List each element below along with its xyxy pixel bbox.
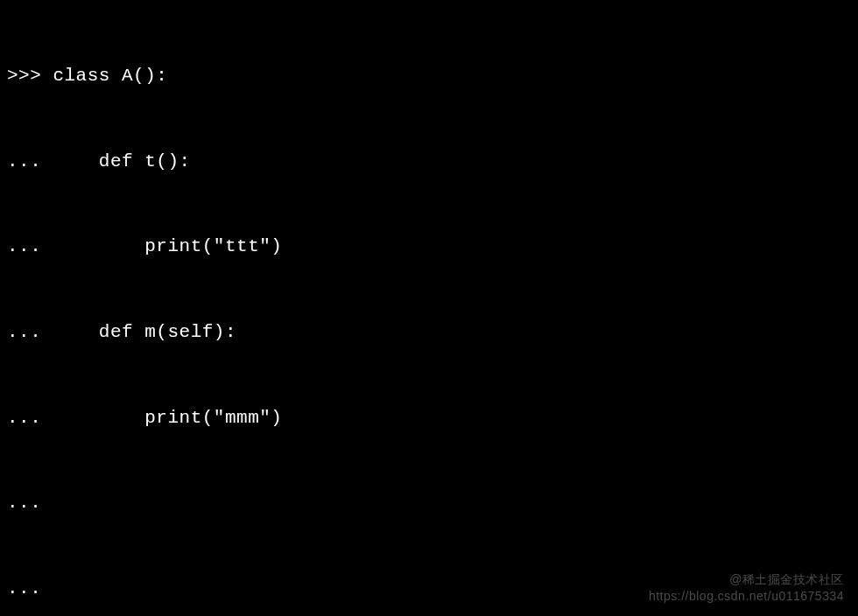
terminal-line: ... print("mmm") <box>7 404 851 433</box>
watermark-community: @稀土掘金技术社区 <box>649 571 844 589</box>
terminal-line: ... def m(self): <box>7 318 851 347</box>
terminal-line: ... <box>7 489 851 518</box>
terminal-output: >>> class A(): ... def t(): ... print("t… <box>7 5 851 616</box>
watermark: @稀土掘金技术社区 https://blog.csdn.net/u0116753… <box>649 571 844 606</box>
terminal-line: >>> class A(): <box>7 62 851 91</box>
terminal-line: ... def t(): <box>7 148 851 177</box>
terminal-line: ... print("ttt") <box>7 233 851 262</box>
watermark-url: https://blog.csdn.net/u011675334 <box>649 588 844 606</box>
